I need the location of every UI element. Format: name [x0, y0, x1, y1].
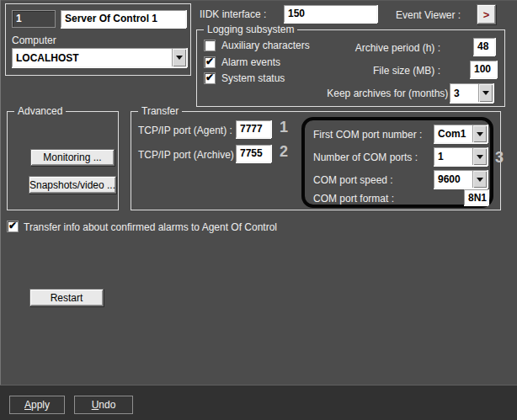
number-of-com-ports-value: 1 — [434, 151, 472, 162]
server-name-field[interactable]: Server Of Control 1 — [61, 10, 186, 28]
tcpip-archive-port-field[interactable]: 7755 — [236, 145, 271, 162]
footer-bar: Apply Undo — [0, 385, 517, 420]
computer-select-dropdown-button[interactable] — [172, 49, 186, 66]
restart-button[interactable]: Restart — [29, 289, 104, 306]
server-identity-group: 1 Server Of Control 1 Computer LOCALHOST — [5, 3, 191, 76]
logging-subsystem-group: Logging subsystem Auxiliary characters A… — [196, 29, 505, 107]
com-port-speed-select[interactable]: 9600 — [434, 170, 488, 189]
undo-button[interactable]: Undo — [74, 396, 133, 414]
computer-select-value: LOCALHOST — [13, 52, 172, 64]
computer-label: Computer — [12, 35, 56, 46]
snapshots-video-button[interactable]: Snapshots/video ... — [29, 176, 116, 194]
annotation-3: 3 — [495, 149, 504, 167]
first-com-port-select[interactable]: Com1 — [434, 125, 488, 143]
checkbox-transfer-confirmed-alarms[interactable] — [7, 221, 19, 232]
file-size-field[interactable]: 100 — [470, 61, 497, 78]
first-com-port-dropdown-button[interactable] — [472, 125, 487, 142]
number-of-com-ports-select[interactable]: 1 — [434, 147, 488, 166]
server-id-field[interactable]: 1 — [12, 10, 56, 28]
event-viewer-button[interactable]: > — [477, 4, 496, 24]
monitoring-button[interactable]: Monitoring ... — [30, 149, 115, 166]
apply-button-label: Apply — [24, 399, 50, 411]
number-of-com-ports-dropdown-button[interactable] — [472, 148, 487, 165]
annotation-2: 2 — [280, 143, 288, 161]
chevron-down-icon — [482, 91, 489, 95]
chevron-down-icon — [477, 155, 483, 159]
archive-period-label: Archive period (h) : — [355, 42, 440, 54]
annotation-1: 1 — [280, 119, 288, 136]
com-port-speed-label: COM port speed : — [313, 174, 393, 186]
transfer-title: Transfer — [138, 105, 182, 117]
advanced-title: Advanced — [14, 105, 66, 117]
com-settings-highlight: First COM port number : Com1 Number of C… — [301, 117, 493, 208]
com-port-format-field[interactable]: 8N1 — [464, 189, 488, 205]
com-port-format-label: COM port format : — [313, 193, 394, 205]
auxiliary-characters-label: Auxiliary characters — [221, 40, 310, 51]
iidk-interface-label: IIDK interface : — [200, 8, 266, 20]
transfer-confirmed-alarms-label: Transfer info about confirmed alarms to … — [24, 221, 277, 233]
advanced-group: Advanced Monitoring ... Snapshots/video … — [7, 111, 119, 210]
keep-archives-label: Keep archives for (months) : — [327, 88, 454, 99]
apply-button[interactable]: Apply — [9, 396, 65, 414]
com-port-speed-value: 9600 — [434, 173, 472, 185]
iidk-interface-field[interactable]: 150 — [284, 5, 377, 23]
keep-archives-dropdown-button[interactable] — [478, 84, 493, 102]
logging-subsystem-title: Logging subsystem — [204, 24, 297, 35]
file-size-label: File size (MB) : — [373, 65, 440, 77]
first-com-port-value: Com1 — [434, 128, 472, 140]
tcpip-agent-port-label: TCP/IP port (Agent) : — [138, 125, 232, 136]
number-of-com-ports-label: Number of COM ports : — [313, 152, 418, 163]
first-com-port-label: First COM port number : — [313, 129, 422, 141]
checkbox-alarm-events[interactable] — [204, 56, 216, 68]
system-status-label: System status — [221, 72, 285, 84]
tcpip-archive-port-label: TCP/IP port (Archive) : — [138, 149, 239, 161]
tcpip-agent-port-field[interactable]: 7777 — [236, 120, 271, 138]
event-viewer-label: Event Viewer : — [396, 9, 461, 21]
chevron-down-icon — [176, 56, 183, 60]
chevron-down-icon — [477, 178, 483, 182]
keep-archives-select[interactable]: 3 — [450, 83, 493, 103]
transfer-group: Transfer TCP/IP port (Agent) : 7777 1 TC… — [131, 111, 501, 210]
keep-archives-select-value: 3 — [450, 88, 478, 99]
alarm-events-label: Alarm events — [221, 56, 280, 68]
computer-select[interactable]: LOCALHOST — [12, 48, 187, 67]
archive-period-field[interactable]: 48 — [473, 38, 495, 56]
checkbox-system-status[interactable] — [204, 72, 216, 84]
chevron-down-icon — [477, 132, 483, 136]
com-port-speed-dropdown-button[interactable] — [472, 171, 487, 188]
server-settings-panel: 1 Server Of Control 1 Computer LOCALHOST… — [0, 0, 517, 420]
checkbox-auxiliary-characters[interactable] — [204, 40, 216, 51]
undo-button-label: Undo — [92, 399, 116, 411]
